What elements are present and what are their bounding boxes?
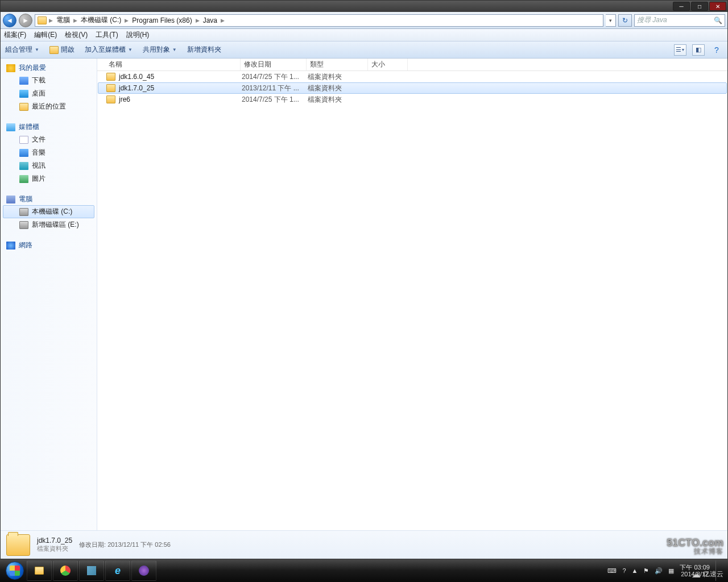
- ie-icon: e: [115, 565, 121, 577]
- maximize-button[interactable]: □: [691, 2, 708, 11]
- explorer-window: ─ □ ✕ ◄ ► ▶ 電腦 ▶ 本機磁碟 (C:) ▶ Program Fil…: [0, 0, 728, 559]
- breadcrumb-seg[interactable]: 電腦: [55, 15, 71, 25]
- titlebar: ─ □ ✕: [1, 1, 727, 12]
- details-name: jdk1.7.0_25: [37, 537, 72, 544]
- tray-volume-icon[interactable]: 🔊: [655, 567, 663, 575]
- menu-bar: 檔案(F) 編輯(E) 檢視(V) 工具(T) 說明(H): [1, 29, 727, 41]
- network-icon: [6, 242, 15, 250]
- tray-flag-icon[interactable]: ⚑: [643, 567, 649, 575]
- breadcrumb-seg[interactable]: Java: [202, 16, 218, 24]
- file-date: 2014/7/25 下午 1...: [242, 95, 308, 105]
- drive-icon: [19, 208, 28, 216]
- breadcrumb-seg[interactable]: 本機磁碟 (C:): [80, 15, 122, 25]
- minimize-button[interactable]: ─: [673, 2, 690, 11]
- chevron-right-icon: ▶: [49, 18, 53, 23]
- file-date: 2014/7/25 下午 1...: [242, 72, 308, 82]
- taskbar-chrome[interactable]: [53, 560, 78, 581]
- column-size[interactable]: 大小: [368, 59, 408, 70]
- details-meta: 修改日期: 2013/12/11 下午 02:56: [79, 541, 171, 549]
- organize-button[interactable]: 組合管理 ▼: [5, 45, 39, 55]
- menu-tools[interactable]: 工具(T): [96, 30, 118, 40]
- file-row[interactable]: jdk1.7.0_252013/12/11 下午 ...檔案資料夾: [98, 82, 727, 94]
- sidebar-computer[interactable]: 電腦: [1, 193, 97, 205]
- folder-icon: [106, 95, 115, 103]
- sidebar-libraries[interactable]: 媒體櫃: [1, 121, 97, 133]
- sidebar-drive-c[interactable]: 本機磁碟 (C:): [3, 205, 94, 218]
- new-folder-button[interactable]: 新增資料夾: [187, 45, 221, 55]
- taskbar-app[interactable]: [79, 560, 104, 581]
- chevron-right-icon: ▶: [73, 18, 77, 23]
- file-row[interactable]: jre62014/7/25 下午 1...檔案資料夾: [98, 94, 727, 105]
- search-icon: 🔍: [714, 16, 722, 24]
- app-icon: [87, 566, 96, 575]
- back-button[interactable]: ◄: [3, 14, 16, 27]
- download-icon: [19, 77, 28, 85]
- music-icon: [19, 149, 28, 157]
- view-options-button[interactable]: ☰ ▼: [674, 44, 686, 56]
- file-name: jdk1.7.0_25: [119, 84, 242, 92]
- folder-icon: [38, 16, 47, 24]
- file-list-area: 名稱 修改日期 類型 大小 jdk1.6.0_452014/7/25 下午 1.…: [97, 59, 727, 530]
- address-dropdown[interactable]: ▾: [606, 14, 616, 27]
- taskbar-explorer[interactable]: [27, 560, 52, 581]
- close-button[interactable]: ✕: [709, 2, 726, 11]
- folder-icon: [6, 534, 30, 556]
- file-type: 檔案資料夾: [308, 72, 369, 82]
- help-button[interactable]: ?: [710, 44, 723, 56]
- sidebar-downloads[interactable]: 下載: [3, 74, 94, 87]
- tray-chevron-up-icon[interactable]: ▲: [632, 567, 638, 574]
- sidebar-music[interactable]: 音樂: [3, 146, 94, 159]
- menu-help[interactable]: 說明(H): [126, 30, 150, 40]
- column-date[interactable]: 修改日期: [241, 59, 307, 70]
- folder-icon: [106, 84, 115, 92]
- navigation-pane: 我的最愛 下載 桌面 最近的位置 媒體櫃 文件 音樂 視訊 圖片 電腦 本機磁碟…: [1, 59, 97, 530]
- tray-keyboard-icon[interactable]: ⌨: [607, 567, 617, 575]
- tray-help-icon[interactable]: ?: [622, 567, 626, 574]
- taskbar: e ⌨ ? ▲ ⚑ 🔊 ▦ 下午 03:092014/8/12: [0, 559, 728, 582]
- computer-icon: [6, 196, 15, 203]
- nav-bar: ◄ ► ▶ 電腦 ▶ 本機磁碟 (C:) ▶ Program Files (x8…: [1, 12, 727, 29]
- share-button[interactable]: 共用對象 ▼: [143, 45, 177, 55]
- sidebar-network[interactable]: 網路: [1, 239, 97, 251]
- sidebar-favorites[interactable]: 我的最愛: [1, 62, 97, 74]
- watermark: 51CTO.com 技术博客: [667, 538, 723, 555]
- tray-network-icon[interactable]: ▦: [668, 567, 674, 575]
- open-button[interactable]: 開啟: [49, 45, 75, 55]
- sidebar-video[interactable]: 視訊: [3, 159, 94, 172]
- address-bar[interactable]: ▶ 電腦 ▶ 本機磁碟 (C:) ▶ Program Files (x86) ▶…: [35, 14, 603, 27]
- menu-view[interactable]: 檢視(V): [65, 30, 88, 40]
- eclipse-icon: [139, 566, 149, 576]
- sidebar-drive-e[interactable]: 新增磁碟區 (E:): [3, 218, 94, 231]
- search-input[interactable]: 搜尋 Java 🔍: [634, 14, 725, 27]
- chevron-right-icon: ▶: [221, 18, 225, 23]
- video-icon: [19, 162, 28, 170]
- details-type: 檔案資料夾: [37, 544, 72, 553]
- windows-orb-icon: [6, 562, 24, 580]
- column-name[interactable]: 名稱: [105, 59, 241, 70]
- drive-icon: [19, 221, 28, 229]
- picture-icon: [19, 175, 28, 183]
- search-placeholder: 搜尋 Java: [637, 15, 667, 25]
- sidebar-recent[interactable]: 最近的位置: [3, 100, 94, 113]
- refresh-button[interactable]: ↻: [618, 14, 632, 27]
- column-headers: 名稱 修改日期 類型 大小: [97, 59, 727, 71]
- sidebar-desktop[interactable]: 桌面: [3, 87, 94, 100]
- taskbar-eclipse[interactable]: [131, 560, 156, 581]
- chevron-right-icon: ▶: [125, 18, 129, 23]
- add-to-library-button[interactable]: 加入至媒體櫃 ▼: [85, 45, 133, 55]
- breadcrumb-seg[interactable]: Program Files (x86): [131, 16, 193, 24]
- preview-pane-button[interactable]: ◧: [692, 44, 705, 56]
- start-button[interactable]: [3, 559, 26, 582]
- desktop-icon: [19, 90, 28, 98]
- forward-button[interactable]: ►: [19, 14, 32, 27]
- taskbar-ie[interactable]: e: [105, 560, 130, 581]
- sidebar-pictures[interactable]: 圖片: [3, 172, 94, 185]
- file-row[interactable]: jdk1.6.0_452014/7/25 下午 1...檔案資料夾: [98, 71, 727, 82]
- menu-file[interactable]: 檔案(F): [4, 30, 26, 40]
- menu-edit[interactable]: 編輯(E): [34, 30, 57, 40]
- open-icon: [49, 46, 59, 54]
- chevron-right-icon: ▶: [196, 18, 200, 23]
- sidebar-documents[interactable]: 文件: [3, 133, 94, 146]
- watermark-2: ☁亿速云: [692, 569, 723, 580]
- column-type[interactable]: 類型: [307, 59, 368, 70]
